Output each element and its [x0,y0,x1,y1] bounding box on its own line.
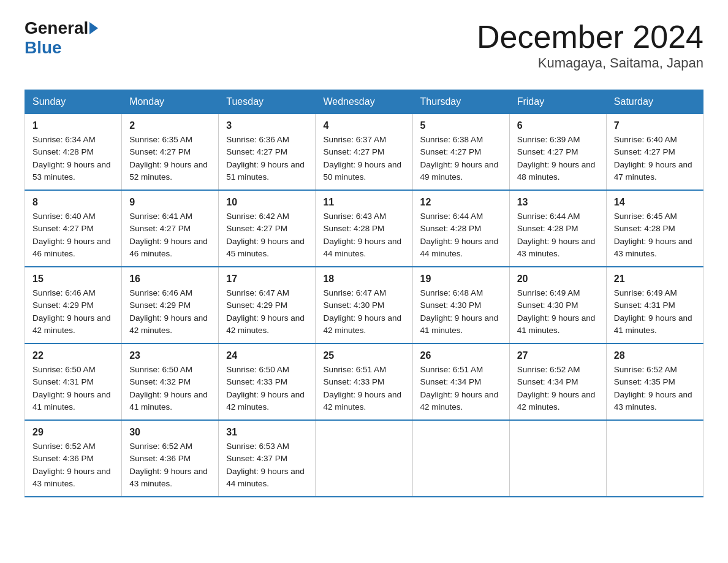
day-cell: 4 Sunrise: 6:37 AMSunset: 4:27 PMDayligh… [316,114,412,191]
day-cell: 12 Sunrise: 6:44 AMSunset: 4:28 PMDaylig… [412,190,509,267]
day-info: Sunrise: 6:47 AMSunset: 4:30 PMDaylight:… [323,287,404,337]
logo-general: General [25,18,88,38]
day-cell: 3 Sunrise: 6:36 AMSunset: 4:27 PMDayligh… [219,114,316,191]
day-cell: 30 Sunrise: 6:52 AMSunset: 4:36 PMDaylig… [122,420,219,497]
day-cell: 6 Sunrise: 6:39 AMSunset: 4:27 PMDayligh… [509,114,606,191]
day-cell: 5 Sunrise: 6:38 AMSunset: 4:27 PMDayligh… [412,114,509,191]
day-cell: 15 Sunrise: 6:46 AMSunset: 4:29 PMDaylig… [25,267,122,343]
day-header-wednesday: Wednesday [316,90,412,114]
day-header-thursday: Thursday [412,90,509,114]
logo-blue: Blue [25,38,62,58]
day-cell: 29 Sunrise: 6:52 AMSunset: 4:36 PMDaylig… [25,420,122,497]
day-number: 19 [420,274,502,285]
logo-text: General [25,18,99,38]
day-number: 25 [323,350,404,361]
week-row-4: 22 Sunrise: 6:50 AMSunset: 4:31 PMDaylig… [25,343,703,420]
day-cell: 26 Sunrise: 6:51 AMSunset: 4:34 PMDaylig… [412,343,509,420]
day-info: Sunrise: 6:46 AMSunset: 4:29 PMDaylight:… [129,287,211,337]
day-cell: 20 Sunrise: 6:49 AMSunset: 4:30 PMDaylig… [509,267,606,343]
header-row: SundayMondayTuesdayWednesdayThursdayFrid… [25,90,703,114]
day-header-sunday: Sunday [25,90,122,114]
day-info: Sunrise: 6:36 AMSunset: 4:27 PMDaylight:… [226,134,308,183]
day-number: 2 [129,120,211,131]
day-number: 18 [323,274,404,285]
day-cell: 23 Sunrise: 6:50 AMSunset: 4:32 PMDaylig… [122,343,219,420]
day-cell [606,420,703,497]
week-row-2: 8 Sunrise: 6:40 AMSunset: 4:27 PMDayligh… [25,190,703,267]
day-cell: 27 Sunrise: 6:52 AMSunset: 4:34 PMDaylig… [509,343,606,420]
day-cell: 22 Sunrise: 6:50 AMSunset: 4:31 PMDaylig… [25,343,122,420]
day-info: Sunrise: 6:50 AMSunset: 4:33 PMDaylight:… [226,364,308,413]
day-cell: 31 Sunrise: 6:53 AMSunset: 4:37 PMDaylig… [219,420,316,497]
day-info: Sunrise: 6:49 AMSunset: 4:31 PMDaylight:… [614,287,696,337]
day-info: Sunrise: 6:52 AMSunset: 4:36 PMDaylight:… [32,440,114,490]
page-header: General Blue December 2024 Kumagaya, Sai… [25,18,703,71]
day-cell: 21 Sunrise: 6:49 AMSunset: 4:31 PMDaylig… [606,267,703,343]
day-number: 24 [226,350,308,361]
day-info: Sunrise: 6:44 AMSunset: 4:28 PMDaylight:… [420,210,502,260]
day-cell: 11 Sunrise: 6:43 AMSunset: 4:28 PMDaylig… [316,190,412,267]
day-info: Sunrise: 6:50 AMSunset: 4:32 PMDaylight:… [129,364,211,413]
day-number: 16 [129,274,211,285]
day-number: 7 [614,120,696,131]
title-block: December 2024 Kumagaya, Saitama, Japan [477,18,703,71]
day-cell: 13 Sunrise: 6:44 AMSunset: 4:28 PMDaylig… [509,190,606,267]
day-number: 12 [420,197,502,208]
day-info: Sunrise: 6:42 AMSunset: 4:27 PMDaylight:… [226,210,308,260]
week-row-1: 1 Sunrise: 6:34 AMSunset: 4:28 PMDayligh… [25,114,703,191]
logo: General Blue [25,18,99,58]
day-number: 30 [129,427,211,438]
day-info: Sunrise: 6:52 AMSunset: 4:36 PMDaylight:… [129,440,211,490]
day-number: 20 [517,274,599,285]
day-cell: 19 Sunrise: 6:48 AMSunset: 4:30 PMDaylig… [412,267,509,343]
day-number: 9 [129,197,211,208]
day-info: Sunrise: 6:34 AMSunset: 4:28 PMDaylight:… [32,134,114,183]
day-number: 13 [517,197,599,208]
day-number: 1 [32,120,114,131]
day-number: 27 [517,350,599,361]
day-number: 17 [226,274,308,285]
day-cell: 10 Sunrise: 6:42 AMSunset: 4:27 PMDaylig… [219,190,316,267]
day-info: Sunrise: 6:52 AMSunset: 4:34 PMDaylight:… [517,364,599,413]
day-cell: 28 Sunrise: 6:52 AMSunset: 4:35 PMDaylig… [606,343,703,420]
day-cell: 8 Sunrise: 6:40 AMSunset: 4:27 PMDayligh… [25,190,122,267]
calendar-table: SundayMondayTuesdayWednesdayThursdayFrid… [25,90,703,497]
day-number: 4 [323,120,404,131]
day-info: Sunrise: 6:44 AMSunset: 4:28 PMDaylight:… [517,210,599,260]
day-info: Sunrise: 6:40 AMSunset: 4:27 PMDaylight:… [32,210,114,260]
day-cell [412,420,509,497]
month-title: December 2024 [477,18,703,55]
day-cell: 9 Sunrise: 6:41 AMSunset: 4:27 PMDayligh… [122,190,219,267]
day-number: 14 [614,197,696,208]
day-cell: 18 Sunrise: 6:47 AMSunset: 4:30 PMDaylig… [316,267,412,343]
day-info: Sunrise: 6:35 AMSunset: 4:27 PMDaylight:… [129,134,211,183]
day-cell: 7 Sunrise: 6:40 AMSunset: 4:27 PMDayligh… [606,114,703,191]
day-number: 31 [226,427,308,438]
day-info: Sunrise: 6:52 AMSunset: 4:35 PMDaylight:… [614,364,696,413]
day-number: 29 [32,427,114,438]
day-info: Sunrise: 6:51 AMSunset: 4:34 PMDaylight:… [420,364,502,413]
day-info: Sunrise: 6:50 AMSunset: 4:31 PMDaylight:… [32,364,114,413]
day-cell [509,420,606,497]
day-number: 6 [517,120,599,131]
day-cell: 1 Sunrise: 6:34 AMSunset: 4:28 PMDayligh… [25,114,122,191]
day-number: 8 [32,197,114,208]
logo-arrow-icon [89,22,98,34]
day-number: 15 [32,274,114,285]
day-info: Sunrise: 6:46 AMSunset: 4:29 PMDaylight:… [32,287,114,337]
day-number: 28 [614,350,696,361]
day-number: 5 [420,120,502,131]
day-info: Sunrise: 6:38 AMSunset: 4:27 PMDaylight:… [420,134,502,183]
day-info: Sunrise: 6:39 AMSunset: 4:27 PMDaylight:… [517,134,599,183]
day-info: Sunrise: 6:43 AMSunset: 4:28 PMDaylight:… [323,210,404,260]
day-number: 11 [323,197,404,208]
day-info: Sunrise: 6:45 AMSunset: 4:28 PMDaylight:… [614,210,696,260]
day-info: Sunrise: 6:40 AMSunset: 4:27 PMDaylight:… [614,134,696,183]
day-cell: 14 Sunrise: 6:45 AMSunset: 4:28 PMDaylig… [606,190,703,267]
week-row-5: 29 Sunrise: 6:52 AMSunset: 4:36 PMDaylig… [25,420,703,497]
day-header-tuesday: Tuesday [219,90,316,114]
day-number: 10 [226,197,308,208]
day-cell: 25 Sunrise: 6:51 AMSunset: 4:33 PMDaylig… [316,343,412,420]
day-number: 21 [614,274,696,285]
day-cell: 24 Sunrise: 6:50 AMSunset: 4:33 PMDaylig… [219,343,316,420]
